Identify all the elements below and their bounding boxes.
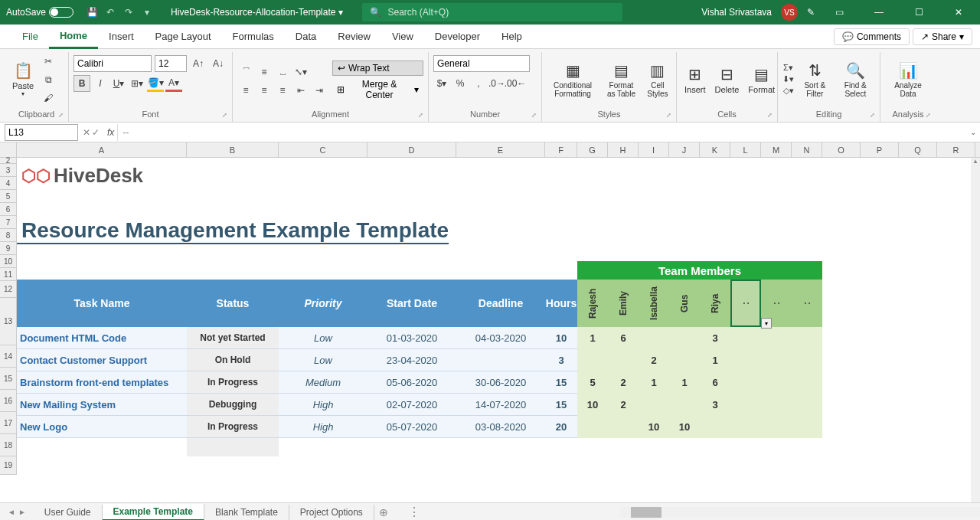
start-date-cell[interactable]: 05-07-2020	[368, 416, 456, 437]
col-header[interactable]: K	[700, 142, 730, 157]
sort-filter-button[interactable]: ⇅Sort & Filter	[797, 52, 833, 106]
user-name[interactable]: Vishal Srivastava	[701, 7, 772, 18]
expand-fx-icon[interactable]: ⌄	[966, 128, 980, 136]
row-header[interactable]: 12	[0, 281, 17, 298]
underline-button[interactable]: U▾	[110, 75, 127, 92]
col-header[interactable]: I	[639, 142, 669, 157]
format-painter-icon[interactable]: 🖌	[40, 90, 57, 106]
task-name-cell[interactable]: Brainstorm front-end templates	[17, 371, 187, 393]
col-header[interactable]: N	[792, 142, 822, 157]
allocation-cell[interactable]	[730, 394, 761, 416]
align-middle-icon[interactable]: ≡	[256, 64, 273, 80]
analyze-data-button[interactable]: 📊Analyze Data	[885, 52, 931, 106]
row-header[interactable]: 6	[0, 203, 17, 216]
decrease-indent-icon[interactable]: ⇤	[292, 82, 309, 99]
autosave-toggle[interactable]: AutoSave	[0, 7, 80, 18]
allocation-cell[interactable]: 1	[700, 349, 730, 371]
allocation-cell[interactable]: 1	[639, 371, 669, 394]
clear-icon[interactable]: ◇▾	[782, 86, 794, 96]
format-cells-button[interactable]: ▤Format	[745, 52, 778, 106]
deadline-cell[interactable]	[456, 349, 545, 371]
row-header[interactable]: 5	[0, 190, 17, 203]
tab-developer[interactable]: Developer	[424, 25, 491, 49]
align-right-icon[interactable]: ≡	[274, 82, 291, 99]
allocation-cell[interactable]	[700, 416, 730, 438]
allocation-cell[interactable]	[761, 349, 792, 371]
sheet-tab-project-options[interactable]: Project Options	[289, 505, 374, 520]
autosum-icon[interactable]: Σ▾	[782, 63, 794, 73]
start-date-cell[interactable]: 02-07-2020	[368, 394, 456, 415]
pen-icon[interactable]: ✎	[807, 7, 815, 18]
hours-cell[interactable]: 20	[545, 416, 577, 437]
bold-button[interactable]: B	[74, 75, 90, 92]
paste-button[interactable]: 📋Paste▾	[9, 52, 37, 106]
sheet-tab-example-template[interactable]: Example Template	[103, 504, 204, 521]
decrease-decimal-icon[interactable]: .00←	[507, 75, 524, 92]
task-name-cell[interactable]: Contact Customer Support	[17, 349, 187, 371]
allocation-cell[interactable]	[792, 394, 822, 416]
orientation-icon[interactable]: ⤡▾	[292, 64, 309, 80]
col-header[interactable]: L	[730, 142, 761, 157]
start-date-cell[interactable]: 05-06-2020	[368, 371, 456, 393]
tab-formulas[interactable]: Formulas	[222, 25, 285, 49]
grid[interactable]: ⬡⬡HiveDesk Resource Management Example T…	[17, 158, 971, 456]
allocation-cell[interactable]	[669, 327, 700, 349]
document-title[interactable]: HiveDesk-Resource-Allocation-Template▾	[159, 7, 354, 18]
allocation-cell[interactable]	[639, 394, 669, 416]
comments-button[interactable]: 💬 Comments	[834, 28, 910, 45]
merge-center-button[interactable]: ⊞ Merge & Center ▾	[332, 77, 423, 102]
status-cell[interactable]: In Progress	[187, 416, 279, 437]
status-cell[interactable]: In Progress	[187, 371, 279, 393]
start-date-cell[interactable]: 23-04-2020	[368, 349, 456, 371]
allocation-cell[interactable]	[792, 327, 822, 349]
member-cell[interactable]: Riya	[700, 280, 730, 327]
sheet-tab-blank-template[interactable]: Blank Template	[204, 505, 289, 520]
horizontal-scrollbar[interactable]	[620, 507, 980, 518]
wrap-text-button[interactable]: ↩ Wrap Text	[332, 61, 423, 76]
row-header[interactable]: 8	[0, 229, 17, 242]
status-cell[interactable]: Debugging	[187, 394, 279, 415]
allocation-cell[interactable]: 10	[639, 416, 669, 438]
hours-cell[interactable]: 10	[545, 327, 577, 348]
hours-cell[interactable]: 15	[545, 394, 577, 415]
col-header[interactable]: M	[761, 142, 792, 157]
member-cell[interactable]: Rajesh	[577, 280, 608, 327]
col-header[interactable]: Q	[899, 142, 937, 157]
allocation-cell[interactable]: 3	[700, 394, 730, 416]
allocation-cell[interactable]: 1	[577, 327, 608, 349]
row-header[interactable]: 15	[0, 368, 17, 390]
col-header[interactable]: F	[545, 142, 577, 157]
deadline-cell[interactable]: 14-07-2020	[456, 394, 545, 415]
allocation-cell[interactable]: 6	[608, 327, 639, 349]
col-header[interactable]: D	[368, 142, 456, 157]
select-all-corner[interactable]	[0, 142, 17, 157]
hours-cell[interactable]: 15	[545, 371, 577, 393]
share-button[interactable]: ↗ Share ▾	[913, 28, 972, 45]
row-header[interactable]: 14	[0, 345, 17, 368]
vertical-scrollbar[interactable]	[971, 158, 980, 502]
tab-home[interactable]: Home	[49, 25, 98, 49]
find-select-button[interactable]: 🔍Find & Select	[836, 52, 875, 106]
allocation-cell[interactable]	[792, 349, 822, 371]
col-header[interactable]: A	[17, 142, 187, 157]
task-name-cell[interactable]: New Logo	[17, 416, 187, 437]
allocation-cell[interactable]	[669, 349, 700, 371]
col-header[interactable]: G	[577, 142, 608, 157]
row-header[interactable]: 3	[0, 164, 17, 177]
task-name-cell[interactable]: New Mailing System	[17, 394, 187, 415]
start-date-cell[interactable]: 01-03-2020	[368, 327, 456, 348]
formula-input[interactable]	[117, 124, 966, 141]
tab-view[interactable]: View	[381, 25, 424, 49]
allocation-cell[interactable]	[577, 349, 608, 371]
priority-cell[interactable]: High	[279, 394, 368, 415]
task-name-cell[interactable]: Document HTML Code	[17, 327, 187, 348]
row-header[interactable]: 16	[0, 390, 17, 412]
currency-icon[interactable]: $▾	[433, 75, 450, 92]
member-cell[interactable]: Isabella	[639, 280, 669, 327]
allocation-cell[interactable]	[761, 416, 792, 438]
allocation-cell[interactable]	[761, 371, 792, 394]
name-box[interactable]	[5, 124, 78, 141]
priority-cell[interactable]: Low	[279, 349, 368, 371]
font-size-input[interactable]	[155, 55, 187, 72]
increase-decimal-icon[interactable]: .0→	[488, 75, 505, 92]
